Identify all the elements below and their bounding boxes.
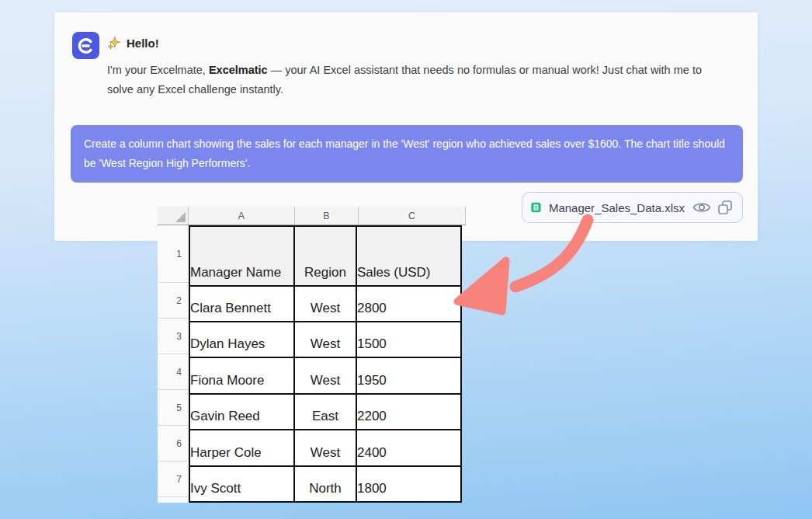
cell-sales: 2400 xyxy=(356,430,461,465)
table-header-row: Manager Name Region Sales (USD) xyxy=(189,226,461,286)
cell-manager: Fiona Moore xyxy=(189,357,294,393)
header-cell: Sales (USD) xyxy=(356,226,461,286)
attachment-filename: Manager_Sales_Data.xlsx xyxy=(549,201,685,214)
row-number: 3 xyxy=(158,319,189,354)
copy-icon[interactable] xyxy=(717,200,733,215)
cell-region: West xyxy=(294,430,356,465)
cell-region: East xyxy=(294,394,356,430)
select-all-corner xyxy=(158,207,189,225)
header-cell: Manager Name xyxy=(189,226,294,286)
row-number: 6 xyxy=(158,426,189,462)
row-number: 5 xyxy=(158,390,189,426)
greeting: Hello! xyxy=(107,36,159,50)
column-header-c: C xyxy=(359,207,466,225)
cell-region: West xyxy=(294,286,356,322)
cell-manager: Ivy Scott xyxy=(189,466,294,502)
row-number: 4 xyxy=(158,354,189,390)
row-number: 1 xyxy=(158,225,189,283)
spreadsheet: A B C 1 2 3 4 5 6 7 Manager Name Region … xyxy=(158,207,466,503)
column-header-b: B xyxy=(295,207,359,225)
user-message-bubble: Create a column chart showing the sales … xyxy=(71,125,743,183)
cell-manager: Gavin Reed xyxy=(189,394,294,430)
data-table: Manager Name Region Sales (USD) Clara Be… xyxy=(189,225,462,503)
table-row: Clara Bennett West 2800 xyxy=(189,286,461,322)
greeting-text: Hello! xyxy=(127,37,159,50)
cell-sales: 1950 xyxy=(356,357,461,393)
cell-sales: 2200 xyxy=(356,394,461,430)
cell-sales: 2800 xyxy=(356,286,461,322)
cell-sales: 1800 xyxy=(356,466,461,502)
spreadsheet-file-icon xyxy=(531,199,541,216)
intro-brand: Excelmatic xyxy=(209,64,268,76)
row-number: 2 xyxy=(158,283,189,319)
cell-manager: Harper Cole xyxy=(189,430,294,465)
table-row: Dylan Hayes West 1500 xyxy=(189,322,461,357)
excelmatic-logo-icon xyxy=(72,32,99,59)
table-row: Gavin Reed East 2200 xyxy=(189,394,461,430)
table-row: Ivy Scott North 1800 xyxy=(189,466,461,502)
column-header-strip: A B C xyxy=(158,207,466,225)
column-header-a: A xyxy=(189,207,295,225)
header-cell: Region xyxy=(294,226,356,286)
intro-pre: I'm your Excelmate, xyxy=(107,64,209,76)
user-message-text: Create a column chart showing the sales … xyxy=(84,138,725,169)
row-number: 7 xyxy=(158,462,189,497)
page: { "assistant": { "logo_letter": "E", "gr… xyxy=(0,0,812,519)
intro-text: I'm your Excelmate, Excelmatic — your AI… xyxy=(107,61,730,99)
table-row: Harper Cole West 2400 xyxy=(189,430,461,465)
cell-region: North xyxy=(294,466,356,502)
table-row: Fiona Moore West 1950 xyxy=(189,357,461,393)
cell-region: West xyxy=(294,357,356,393)
cell-manager: Dylan Hayes xyxy=(189,322,294,357)
cell-region: West xyxy=(294,322,356,357)
eye-icon[interactable] xyxy=(692,200,711,214)
cell-sales: 1500 xyxy=(356,322,461,357)
corner-triangle-icon xyxy=(175,212,186,222)
cell-manager: Clara Bennett xyxy=(189,286,294,322)
row-number-gutter: 1 2 3 4 5 6 7 xyxy=(158,225,189,503)
sparkles-icon xyxy=(107,36,121,50)
attachment-chip[interactable]: Manager_Sales_Data.xlsx xyxy=(522,192,743,223)
